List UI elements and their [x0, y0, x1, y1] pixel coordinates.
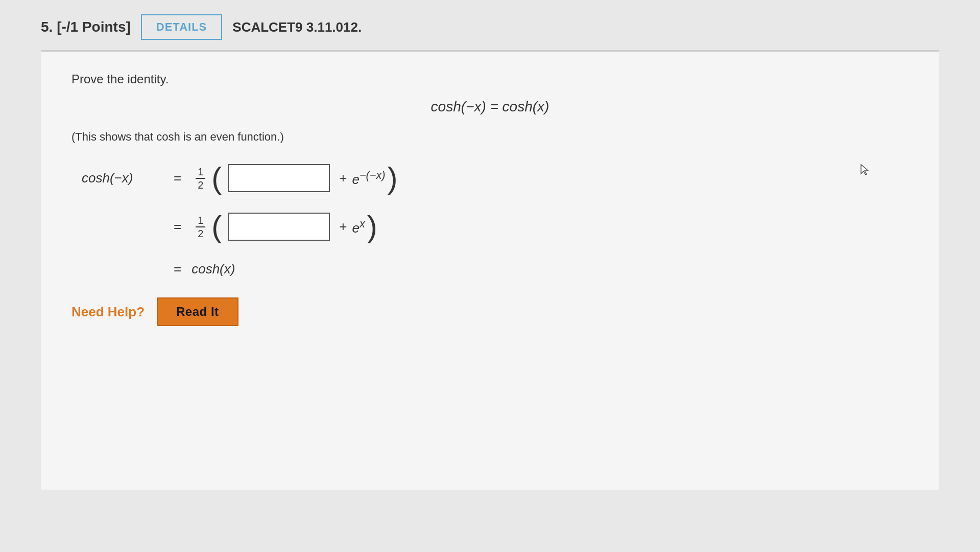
- step2-numerator: 1: [196, 214, 205, 227]
- even-function-note: (This shows that cosh is an even functio…: [71, 130, 909, 144]
- step3-equals: =: [174, 261, 181, 277]
- step2-plus: +: [339, 219, 347, 235]
- details-button[interactable]: DETAILS: [141, 14, 222, 40]
- content-box: Prove the identity. cosh(−x) = cosh(x) (…: [41, 50, 939, 490]
- step1-input[interactable]: [228, 164, 330, 192]
- page-container: 5. [-/1 Points] DETAILS SCALCET9 3.11.01…: [0, 0, 980, 552]
- step1-paren-left: (: [211, 165, 222, 191]
- step2-paren-left: (: [211, 214, 222, 240]
- problem-code: SCALCET9 3.11.012.: [232, 19, 362, 35]
- help-section: Need Help? Read It: [71, 297, 909, 326]
- step2-expression: ex: [352, 217, 365, 236]
- step1-equals: =: [174, 170, 181, 186]
- step2-fraction: 1 2: [196, 214, 205, 240]
- step2-denominator: 2: [196, 227, 205, 240]
- step3-result: cosh(x): [192, 261, 235, 277]
- step1-numerator: 1: [196, 166, 205, 179]
- question-number: 5. [-/1 Points]: [41, 19, 131, 35]
- identity-equation: cosh(−x) = cosh(x): [71, 99, 909, 115]
- math-row-1: cosh(−x) = 1 2 ( + e−(−x) ): [82, 164, 909, 192]
- read-it-button[interactable]: Read It: [157, 297, 238, 326]
- step1-plus: +: [339, 170, 347, 186]
- question-header: 5. [-/1 Points] DETAILS SCALCET9 3.11.01…: [0, 0, 980, 50]
- math-steps: cosh(−x) = 1 2 ( + e−(−x) ) =: [82, 164, 909, 277]
- math-row-3: = cosh(x): [163, 261, 909, 277]
- step2-equals: =: [174, 219, 181, 235]
- instruction-text: Prove the identity.: [71, 72, 909, 86]
- step1-expression: e−(−x): [352, 169, 385, 188]
- step2-paren-right: ): [367, 214, 377, 240]
- step1-denominator: 2: [196, 179, 205, 191]
- step1-paren-right: ): [388, 165, 398, 191]
- points-label: [-/1 Points]: [57, 19, 131, 35]
- math-row-2: = 1 2 ( + ex ): [163, 213, 909, 241]
- step1-label: cosh(−x): [82, 170, 163, 186]
- need-help-text: Need Help?: [71, 304, 145, 320]
- step2-input[interactable]: [228, 213, 330, 241]
- question-num-value: 5.: [41, 19, 53, 35]
- step1-fraction: 1 2: [196, 166, 205, 191]
